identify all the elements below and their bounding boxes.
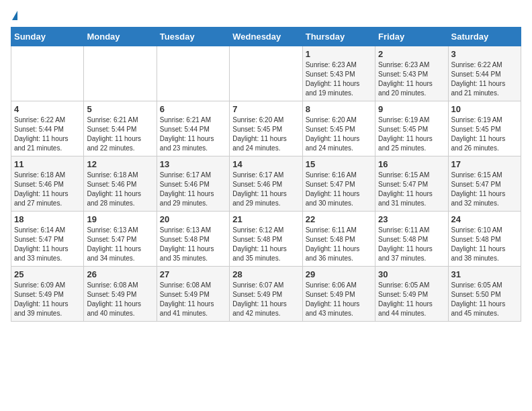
cell-date: 30: [378, 269, 445, 279]
cell-info: Sunrise: 6:08 AM Sunset: 5:49 PM Dayligh…: [87, 281, 153, 318]
cell-info: Sunrise: 6:16 AM Sunset: 5:47 PM Dayligh…: [306, 171, 372, 208]
day-header-wednesday: Wednesday: [230, 28, 302, 46]
cell-info: Sunrise: 6:22 AM Sunset: 5:44 PM Dayligh…: [451, 60, 518, 98]
calendar-cell: 27Sunrise: 6:08 AM Sunset: 5:49 PM Dayli…: [157, 267, 229, 322]
cell-info: Sunrise: 6:13 AM Sunset: 5:47 PM Dayligh…: [87, 226, 153, 263]
cell-date: 7: [232, 104, 299, 114]
calendar-cell: 28Sunrise: 6:07 AM Sunset: 5:49 PM Dayli…: [230, 267, 302, 322]
cell-info: Sunrise: 6:12 AM Sunset: 5:48 PM Dayligh…: [232, 226, 299, 263]
cell-date: 18: [14, 214, 81, 224]
week-row-1: 1Sunrise: 6:23 AM Sunset: 5:43 PM Daylig…: [11, 46, 521, 101]
calendar-cell: 4Sunrise: 6:22 AM Sunset: 5:44 PM Daylig…: [11, 101, 84, 156]
calendar-cell: 30Sunrise: 6:05 AM Sunset: 5:49 PM Dayli…: [375, 267, 448, 322]
calendar-cell: 11Sunrise: 6:18 AM Sunset: 5:46 PM Dayli…: [11, 156, 84, 212]
calendar-cell: 17Sunrise: 6:15 AM Sunset: 5:47 PM Dayli…: [448, 156, 521, 212]
calendar-cell: 6Sunrise: 6:21 AM Sunset: 5:44 PM Daylig…: [157, 101, 229, 156]
calendar-cell: 19Sunrise: 6:13 AM Sunset: 5:47 PM Dayli…: [84, 212, 157, 267]
cell-info: Sunrise: 6:22 AM Sunset: 5:44 PM Dayligh…: [14, 116, 81, 153]
cell-info: Sunrise: 6:05 AM Sunset: 5:50 PM Dayligh…: [451, 281, 518, 318]
week-row-3: 11Sunrise: 6:18 AM Sunset: 5:46 PM Dayli…: [11, 156, 521, 212]
week-row-5: 25Sunrise: 6:09 AM Sunset: 5:49 PM Dayli…: [11, 267, 521, 322]
calendar-cell: 14Sunrise: 6:17 AM Sunset: 5:46 PM Dayli…: [230, 156, 302, 212]
cell-info: Sunrise: 6:19 AM Sunset: 5:45 PM Dayligh…: [451, 116, 518, 153]
calendar-cell: [84, 46, 157, 101]
cell-info: Sunrise: 6:13 AM Sunset: 5:48 PM Dayligh…: [160, 226, 226, 263]
cell-date: 12: [87, 159, 153, 169]
day-header-saturday: Saturday: [448, 28, 521, 46]
cell-date: 19: [87, 214, 153, 224]
day-header-monday: Monday: [84, 28, 157, 46]
cell-date: 3: [451, 49, 518, 59]
cell-date: 5: [87, 104, 153, 114]
calendar-cell: 8Sunrise: 6:20 AM Sunset: 5:45 PM Daylig…: [302, 101, 375, 156]
week-row-2: 4Sunrise: 6:22 AM Sunset: 5:44 PM Daylig…: [11, 101, 521, 156]
cell-date: 31: [451, 269, 518, 279]
cell-info: Sunrise: 6:18 AM Sunset: 5:46 PM Dayligh…: [14, 171, 81, 208]
cell-info: Sunrise: 6:20 AM Sunset: 5:45 PM Dayligh…: [306, 116, 372, 153]
day-header-tuesday: Tuesday: [157, 28, 229, 46]
calendar-cell: 29Sunrise: 6:06 AM Sunset: 5:49 PM Dayli…: [302, 267, 375, 322]
cell-date: 4: [14, 104, 81, 114]
calendar-cell: 26Sunrise: 6:08 AM Sunset: 5:49 PM Dayli…: [84, 267, 157, 322]
cell-date: 17: [451, 159, 518, 169]
calendar-cell: 3Sunrise: 6:22 AM Sunset: 5:44 PM Daylig…: [448, 46, 521, 101]
cell-date: 21: [232, 214, 299, 224]
calendar-cell: 24Sunrise: 6:10 AM Sunset: 5:48 PM Dayli…: [448, 212, 521, 267]
day-header-sunday: Sunday: [11, 28, 84, 46]
logo: [11, 11, 17, 20]
calendar-table: SundayMondayTuesdayWednesdayThursdayFrid…: [11, 27, 521, 322]
week-row-4: 18Sunrise: 6:14 AM Sunset: 5:47 PM Dayli…: [11, 212, 521, 267]
calendar-cell: 1Sunrise: 6:23 AM Sunset: 5:43 PM Daylig…: [302, 46, 375, 101]
cell-date: 11: [14, 159, 81, 169]
calendar-cell: 9Sunrise: 6:19 AM Sunset: 5:45 PM Daylig…: [375, 101, 448, 156]
calendar-cell: 13Sunrise: 6:17 AM Sunset: 5:46 PM Dayli…: [157, 156, 229, 212]
day-header-thursday: Thursday: [302, 28, 375, 46]
cell-date: 27: [160, 269, 226, 279]
calendar-cell: 5Sunrise: 6:21 AM Sunset: 5:44 PM Daylig…: [84, 101, 157, 156]
cell-info: Sunrise: 6:17 AM Sunset: 5:46 PM Dayligh…: [232, 171, 299, 208]
calendar-cell: [157, 46, 229, 101]
calendar-cell: 12Sunrise: 6:18 AM Sunset: 5:46 PM Dayli…: [84, 156, 157, 212]
cell-info: Sunrise: 6:08 AM Sunset: 5:49 PM Dayligh…: [160, 281, 226, 318]
calendar-cell: 2Sunrise: 6:23 AM Sunset: 5:43 PM Daylig…: [375, 46, 448, 101]
cell-date: 22: [306, 214, 372, 224]
cell-date: 24: [451, 214, 518, 224]
calendar-cell: 22Sunrise: 6:11 AM Sunset: 5:48 PM Dayli…: [302, 212, 375, 267]
calendar-cell: 20Sunrise: 6:13 AM Sunset: 5:48 PM Dayli…: [157, 212, 229, 267]
calendar-cell: 16Sunrise: 6:15 AM Sunset: 5:47 PM Dayli…: [375, 156, 448, 212]
calendar-cell: 15Sunrise: 6:16 AM Sunset: 5:47 PM Dayli…: [302, 156, 375, 212]
cell-date: 15: [306, 159, 372, 169]
calendar-cell: 18Sunrise: 6:14 AM Sunset: 5:47 PM Dayli…: [11, 212, 84, 267]
cell-date: 26: [87, 269, 153, 279]
cell-info: Sunrise: 6:11 AM Sunset: 5:48 PM Dayligh…: [378, 226, 445, 263]
cell-info: Sunrise: 6:15 AM Sunset: 5:47 PM Dayligh…: [378, 171, 445, 208]
cell-info: Sunrise: 6:20 AM Sunset: 5:45 PM Dayligh…: [232, 116, 299, 153]
logo-icon: [12, 11, 17, 20]
cell-date: 13: [160, 159, 226, 169]
cell-date: 23: [378, 214, 445, 224]
calendar-cell: 25Sunrise: 6:09 AM Sunset: 5:49 PM Dayli…: [11, 267, 84, 322]
cell-info: Sunrise: 6:11 AM Sunset: 5:48 PM Dayligh…: [306, 226, 372, 263]
calendar-header-row: SundayMondayTuesdayWednesdayThursdayFrid…: [11, 28, 521, 46]
cell-info: Sunrise: 6:09 AM Sunset: 5:49 PM Dayligh…: [14, 281, 81, 318]
cell-date: 1: [306, 49, 372, 59]
cell-info: Sunrise: 6:10 AM Sunset: 5:48 PM Dayligh…: [451, 226, 518, 263]
cell-info: Sunrise: 6:05 AM Sunset: 5:49 PM Dayligh…: [378, 281, 445, 318]
calendar-cell: 7Sunrise: 6:20 AM Sunset: 5:45 PM Daylig…: [230, 101, 302, 156]
cell-date: 2: [378, 49, 445, 59]
cell-info: Sunrise: 6:23 AM Sunset: 5:43 PM Dayligh…: [306, 60, 372, 98]
cell-date: 28: [232, 269, 299, 279]
page-header: [11, 11, 521, 20]
cell-date: 25: [14, 269, 81, 279]
calendar-cell: 23Sunrise: 6:11 AM Sunset: 5:48 PM Dayli…: [375, 212, 448, 267]
cell-date: 16: [378, 159, 445, 169]
cell-info: Sunrise: 6:06 AM Sunset: 5:49 PM Dayligh…: [306, 281, 372, 318]
cell-date: 14: [232, 159, 299, 169]
calendar-cell: 10Sunrise: 6:19 AM Sunset: 5:45 PM Dayli…: [448, 101, 521, 156]
cell-date: 9: [378, 104, 445, 114]
cell-date: 20: [160, 214, 226, 224]
cell-info: Sunrise: 6:14 AM Sunset: 5:47 PM Dayligh…: [14, 226, 81, 263]
cell-info: Sunrise: 6:21 AM Sunset: 5:44 PM Dayligh…: [87, 116, 153, 153]
day-header-friday: Friday: [375, 28, 448, 46]
calendar-cell: 21Sunrise: 6:12 AM Sunset: 5:48 PM Dayli…: [230, 212, 302, 267]
